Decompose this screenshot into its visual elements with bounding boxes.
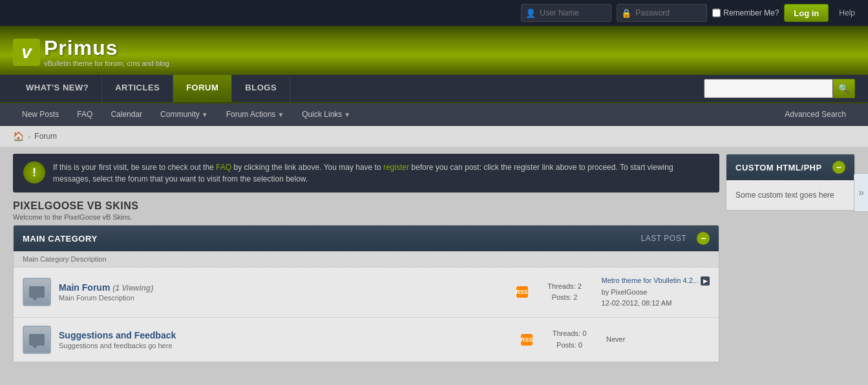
category-header: MAIN CATEGORY LAST POST − — [14, 225, 719, 251]
forum-name-link[interactable]: Suggestions and Feedback — [59, 330, 176, 340]
secondary-nav: New Posts FAQ Calendar Community ▼ Forum… — [0, 103, 868, 126]
forum-info: Suggestions and Feedback Suggestions and… — [59, 330, 513, 349]
notice-text: If this is your first visit, be sure to … — [53, 161, 709, 185]
advanced-search-link[interactable]: Advanced Search — [776, 103, 855, 125]
last-post-arrow-icon[interactable]: ▶ — [701, 276, 710, 286]
collapse-button[interactable]: − — [697, 232, 710, 245]
sidebar-content: Some custom text goes here — [726, 180, 854, 210]
logo[interactable]: v Primus vBulletin theme for forum, cms … — [13, 37, 169, 67]
nav-search-wrap: 🔍 — [704, 75, 855, 102]
password-wrap: 🔒 — [617, 4, 707, 22]
tab-blogs[interactable]: BLOGS — [232, 75, 290, 102]
community-arrow-icon: ▼ — [202, 111, 208, 118]
faq-link[interactable]: FAQ — [216, 163, 231, 172]
forum-icon-inner — [29, 286, 45, 298]
sidebar-collapse-button[interactable]: − — [832, 161, 845, 174]
remember-me-checkbox[interactable] — [712, 4, 721, 22]
register-link[interactable]: register — [383, 163, 409, 172]
forum-icon — [23, 326, 51, 354]
lock-icon: 🔒 — [621, 8, 631, 18]
forum-icon-inner — [29, 334, 45, 346]
nav-search-button[interactable]: 🔍 — [833, 79, 855, 98]
nav-quick-links[interactable]: Quick Links ▼ — [293, 103, 359, 125]
nav-search-input[interactable] — [704, 79, 833, 98]
nav-forum-actions[interactable]: Forum Actions ▼ — [217, 103, 293, 125]
username-wrap: 👤 — [521, 4, 611, 22]
sidebar-box: CUSTOM HTML/PHP − Some custom text goes … — [726, 154, 855, 211]
section-title: PIXELGOOSE VB SKINS Welcome to the Pixel… — [13, 200, 719, 221]
notice-icon: ! — [23, 161, 45, 183]
forum-row: Main Forum (1 Viewing) Main Forum Descri… — [14, 267, 719, 318]
primary-nav: WHAT'S NEW? ARTICLES FORUM BLOGS 🔍 — [0, 75, 868, 103]
tab-forum[interactable]: FORUM — [173, 75, 232, 102]
logo-icon: v — [13, 39, 40, 66]
forum-info: Main Forum (1 Viewing) Main Forum Descri… — [59, 282, 509, 302]
user-icon: 👤 — [525, 8, 536, 18]
header: v Primus vBulletin theme for forum, cms … — [0, 26, 868, 75]
forum-stats: Threads: 0 Posts: 0 — [540, 328, 598, 351]
search-icon: 🔍 — [838, 83, 849, 94]
forum-stats: Threads: 2 Posts: 2 — [536, 281, 594, 304]
rss-icon[interactable]: RSS — [521, 334, 533, 346]
forum-name-link[interactable]: Main Forum (1 Viewing) — [59, 282, 153, 293]
expand-arrow[interactable]: » — [854, 173, 868, 212]
main-category-table: MAIN CATEGORY LAST POST − Main Category … — [13, 225, 719, 362]
tab-articles[interactable]: ARTICLES — [102, 75, 173, 102]
forum-last-post: Never — [606, 334, 710, 346]
cat-header-right: LAST POST − — [641, 232, 710, 245]
forum-last-post: Metro theme for Vbulletin 4.2... ▶ by Pi… — [602, 275, 710, 309]
main-content: ! If this is your first visit, be sure t… — [0, 147, 868, 369]
forum-row: Suggestions and Feedback Suggestions and… — [14, 318, 719, 362]
nav-new-posts[interactable]: New Posts — [13, 103, 68, 125]
tab-whats-new[interactable]: WHAT'S NEW? — [13, 75, 102, 102]
breadcrumb-separator: › — [28, 132, 30, 141]
forum-description: Main Forum Description — [59, 294, 509, 302]
nav-calendar[interactable]: Calendar — [101, 103, 151, 125]
forum-icon — [23, 278, 51, 306]
sidebar-header: CUSTOM HTML/PHP − — [726, 154, 854, 180]
quick-links-arrow-icon: ▼ — [344, 111, 350, 118]
rss-icon[interactable]: RSS — [516, 286, 528, 298]
nav-faq[interactable]: FAQ — [68, 103, 101, 125]
breadcrumb: 🏠 › Forum — [0, 126, 868, 147]
notice-box: ! If this is your first visit, be sure t… — [13, 154, 719, 192]
login-button[interactable]: Log in — [784, 4, 829, 22]
nav-community[interactable]: Community ▼ — [151, 103, 217, 125]
right-sidebar: CUSTOM HTML/PHP − Some custom text goes … — [726, 154, 855, 362]
category-description: Main Category Description — [14, 251, 719, 267]
home-icon[interactable]: 🏠 — [13, 131, 24, 141]
remember-me-label[interactable]: Remember Me? — [712, 4, 779, 22]
help-link[interactable]: Help — [839, 8, 855, 17]
logo-text: Primus vBulletin theme for forum, cms an… — [44, 37, 169, 67]
forum-actions-arrow-icon: ▼ — [277, 111, 284, 118]
top-bar: 👤 🔒 Remember Me? Log in Help — [0, 0, 868, 26]
main-left: ! If this is your first visit, be sure t… — [13, 154, 719, 362]
breadcrumb-forum[interactable]: Forum — [34, 132, 57, 141]
last-post-link[interactable]: Metro theme for Vbulletin 4.2... — [602, 276, 701, 284]
forum-description: Suggestions and feedbacks go here — [59, 342, 513, 349]
